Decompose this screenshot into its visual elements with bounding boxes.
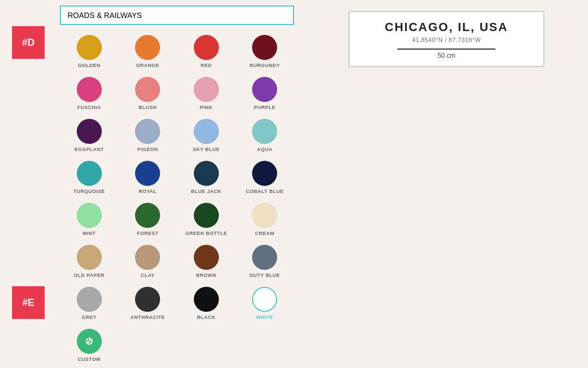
color-circle-pink [194,77,219,102]
color-circle-clay [135,245,160,270]
color-circle-sky-blue [194,119,219,144]
color-item-cream[interactable]: CREAM [236,198,295,240]
color-label-blue-jack: BLUE JACK [191,189,222,194]
color-circle-orange [135,35,160,60]
color-label-forest: FOREST [137,231,158,236]
color-label-mint: MINT [83,231,96,236]
color-grid: GOLDENORANGEREDBURGUNDYFUSCHIABLUSHPINKP… [60,31,294,366]
color-circle-green-bottle [194,203,219,228]
color-label-pink: PINK [200,105,213,110]
color-item-clay[interactable]: CLAY [119,240,177,282]
color-item-white[interactable]: WHITE [236,282,295,324]
color-label-orange: ORANGE [136,63,160,68]
color-item-pigeon[interactable]: PIGEON [119,114,177,156]
color-item-aqua[interactable]: AQUA [236,114,295,156]
color-item-grey[interactable]: GREY [60,282,119,324]
color-circle-old-paper [77,245,102,270]
color-label-sky-blue: SKY BLUE [193,147,219,152]
color-label-golden: GOLDEN [78,63,101,68]
color-item-cobalt-blue[interactable]: COBALT BLUE [236,156,295,198]
color-label-clay: CLAY [140,273,155,278]
color-circle-blush [135,77,160,102]
color-label-fuschia: FUSCHIA [77,105,101,110]
custom-label: CUSTOM [78,357,101,362]
color-circle-purple [252,77,277,102]
color-circle-fuschia [77,77,102,102]
color-item-sky-blue[interactable]: SKY BLUE [177,114,236,156]
color-circle-brown [194,245,219,270]
color-circle-royal [135,161,160,186]
color-circle-burgundy [252,35,277,60]
color-item-turquoise[interactable]: TURQUOISE [60,156,119,198]
color-label-grey: GREY [82,315,97,320]
badge-e: #E [12,286,45,319]
color-label-black: BLACK [197,315,216,320]
color-label-old-paper: OLD PAPER [74,273,105,278]
color-label-white: WHITE [256,315,274,320]
color-item-red[interactable]: RED [177,31,236,73]
map-scale-label: 50 cm [438,52,456,59]
color-label-royal: ROYAL [139,189,157,194]
section-input[interactable] [60,5,294,25]
color-item-duty-blue[interactable]: DUTY BLUE [236,240,295,282]
color-item-mint[interactable]: MINT [60,198,119,240]
color-item-purple[interactable]: PURPLE [236,73,295,114]
color-item-black[interactable]: BLACK [177,282,236,324]
right-panel: CHICAGO, IL, USA 41.8540°N / 87.7319°W 5… [305,0,588,368]
color-circle-aqua [252,119,277,144]
color-label-burgundy: BURGUNDY [249,63,280,68]
color-label-cream: CREAM [255,231,275,236]
color-circle-blue-jack [194,161,219,186]
color-label-anthracite: ANTHRACITE [131,315,166,320]
color-circle-mint [77,203,102,228]
color-circle-duty-blue [252,245,277,270]
color-item-custom[interactable]: ⊘CUSTOM [60,324,119,366]
color-circle-forest [135,203,160,228]
color-item-pink[interactable]: PINK [177,73,236,114]
color-item-orange[interactable]: ORANGE [119,31,177,73]
color-item-brown[interactable]: BROWN [177,240,236,282]
color-item-anthracite[interactable]: ANTHRACITE [119,282,177,324]
color-circle-golden [77,35,102,60]
custom-icon: ⊘ [85,335,93,347]
color-label-eggplant: EGGPLANT [75,147,104,152]
color-item-golden[interactable]: GOLDEN [60,31,119,73]
color-item-burgundy[interactable]: BURGUNDY [236,31,295,73]
map-city: CHICAGO, IL, USA [385,20,508,34]
color-circle-black [194,287,219,312]
color-label-aqua: AQUA [257,147,273,152]
color-item-blush[interactable]: BLUSH [119,73,177,114]
color-label-brown: BROWN [196,273,217,278]
custom-circle: ⊘ [77,329,102,354]
color-circle-anthracite [135,287,160,312]
color-item-green-bottle[interactable]: GREEN BOTTLE [177,198,236,240]
color-label-turquoise: TURQUOISE [74,189,105,194]
color-item-royal[interactable]: ROYAL [119,156,177,198]
color-label-purple: PURPLE [254,105,275,110]
color-label-red: RED [200,63,212,68]
left-panel: GOLDENORANGEREDBURGUNDYFUSCHIABLUSHPINKP… [0,0,305,368]
color-circle-red [194,35,219,60]
color-item-fuschia[interactable]: FUSCHIA [60,73,119,114]
color-item-blue-jack[interactable]: BLUE JACK [177,156,236,198]
color-label-cobalt-blue: COBALT BLUE [246,189,284,194]
color-circle-eggplant [77,119,102,144]
color-circle-grey [77,287,102,312]
color-item-old-paper[interactable]: OLD PAPER [60,240,119,282]
color-circle-turquoise [77,161,102,186]
map-coords: 41.8540°N / 87.7319°W [412,37,481,43]
map-preview: CHICAGO, IL, USA 41.8540°N / 87.7319°W 5… [348,11,544,67]
color-item-eggplant[interactable]: EGGPLANT [60,114,119,156]
badge-d: #D [12,26,45,59]
color-label-green-bottle: GREEN BOTTLE [185,231,227,236]
color-circle-white [252,287,277,312]
color-circle-cobalt-blue [252,161,277,186]
color-circle-cream [252,203,277,228]
map-scale-line [397,49,495,50]
color-label-duty-blue: DUTY BLUE [249,273,280,278]
color-label-pigeon: PIGEON [137,147,158,152]
color-label-blush: BLUSH [139,105,157,110]
color-item-forest[interactable]: FOREST [119,198,177,240]
color-circle-pigeon [135,119,160,144]
